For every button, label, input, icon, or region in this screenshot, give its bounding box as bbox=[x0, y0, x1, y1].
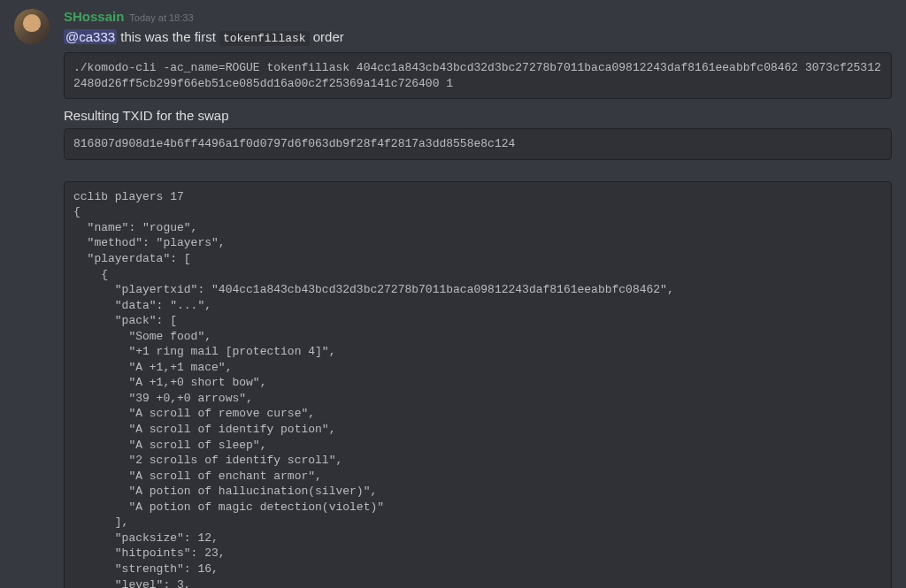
code-block-command[interactable]: ./komodo-cli -ac_name=ROGUE tokenfillask… bbox=[64, 52, 892, 99]
message-header: SHossain Today at 18:33 bbox=[64, 9, 892, 24]
mention[interactable]: @ca333 bbox=[64, 29, 117, 44]
code-block-txid[interactable]: 816807d908d1e4b6ff4496a1f0d0797d6f063db9… bbox=[64, 128, 892, 160]
code-block-json[interactable]: cclib players 17 { "name": "rogue", "met… bbox=[64, 181, 892, 588]
text-fragment: this was the first bbox=[117, 29, 219, 44]
sub-text: Resulting TXID for the swap bbox=[64, 108, 892, 123]
avatar[interactable] bbox=[14, 9, 50, 44]
timestamp: Today at 18:33 bbox=[129, 12, 193, 23]
discord-message: SHossain Today at 18:33 @ca333 this was … bbox=[14, 9, 892, 588]
username[interactable]: SHossain bbox=[64, 9, 124, 24]
spacer bbox=[64, 169, 892, 181]
inline-code: tokenfillask bbox=[219, 31, 310, 46]
message-line-1: @ca333 this was the first tokenfillask o… bbox=[64, 27, 892, 47]
text-fragment: order bbox=[310, 29, 344, 44]
message-content: SHossain Today at 18:33 @ca333 this was … bbox=[64, 9, 892, 588]
